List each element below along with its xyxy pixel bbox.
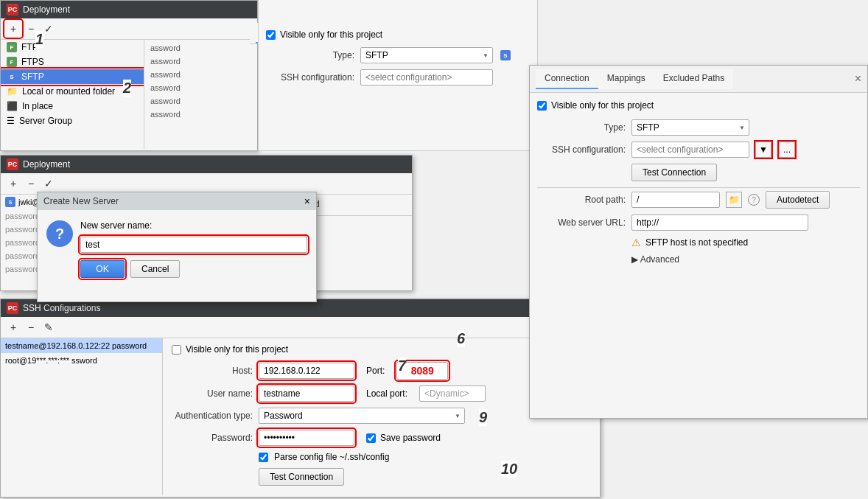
deployment-panel-2-titlebar: PC Deployment xyxy=(1,156,412,173)
pc-logo-1: PC xyxy=(7,4,18,15)
parse-config-checkbox[interactable] xyxy=(259,453,268,462)
check-server-button-2[interactable]: ✓ xyxy=(41,175,57,192)
root-path-label: Root path: xyxy=(537,195,626,205)
autodetect-button[interactable]: Autodetect xyxy=(766,191,830,209)
test-connection-button-right[interactable]: Test Connection xyxy=(631,164,717,181)
ok-button[interactable]: OK xyxy=(80,260,125,278)
web-url-input[interactable] xyxy=(631,214,808,231)
type-select-wrapper-right: SFTP xyxy=(631,119,749,136)
password-item-4: assword xyxy=(144,81,257,94)
username-input[interactable] xyxy=(259,385,354,402)
list-item-inplace[interactable]: ⬛ In place xyxy=(1,99,144,114)
local-port-input[interactable] xyxy=(419,385,486,402)
inplace-icon: ⬛ xyxy=(7,101,18,111)
ssh-dropdown-button[interactable]: ▼ xyxy=(755,142,771,158)
password-item-5: assword xyxy=(144,94,257,108)
add-server-button[interactable]: + xyxy=(5,21,21,37)
sftp-icon-entry-1: S xyxy=(5,197,15,207)
auth-select[interactable]: Password xyxy=(259,408,465,424)
ssh-entry-1-label: testname@192.168.0.122:22 password xyxy=(5,341,147,350)
local-port-label: Local port: xyxy=(366,388,407,399)
advanced-toggle[interactable]: ▶ Advanced xyxy=(631,254,679,265)
deployment-panel-1: PC Deployment + − ✓ F FTP F FTPS S SFTP … xyxy=(0,0,258,151)
new-server-name-input[interactable] xyxy=(80,237,307,253)
step-10: 10 xyxy=(501,461,517,478)
close-modal-button[interactable]: × xyxy=(304,195,310,207)
list-item-ftps[interactable]: F FTPS xyxy=(1,55,144,69)
list-item-servergroup-label: Server Group xyxy=(19,116,72,126)
right-tab-mappings[interactable]: Mappings xyxy=(598,69,654,89)
ssh-label-top: SSH configuration: xyxy=(266,72,354,83)
visible-only-label-ssh: Visible only for this project xyxy=(186,344,288,355)
root-path-info-icon[interactable]: ? xyxy=(748,194,760,206)
type-select-right[interactable]: SFTP xyxy=(631,119,749,136)
ssh-entry-1[interactable]: testname@192.168.0.122:22 password xyxy=(1,338,162,353)
parse-config-label: Parse config file ~/.ssh/config xyxy=(274,452,389,462)
ssh-entry-2[interactable]: root@19***.***:*** ssword xyxy=(1,353,162,368)
test-connection-button-ssh[interactable]: Test Connection xyxy=(259,468,344,486)
password-item-6: assword xyxy=(144,108,257,121)
save-password-label: Save password xyxy=(380,433,441,443)
ssh-config-input-top[interactable] xyxy=(360,69,493,86)
visible-only-checkbox-top[interactable] xyxy=(266,30,276,40)
sftp-icon-top: S xyxy=(500,50,511,60)
remove-server-button-2[interactable]: − xyxy=(23,175,39,192)
step-6: 6 xyxy=(457,330,465,347)
list-item-inplace-label: In place xyxy=(22,101,53,111)
ftp-icon: F xyxy=(7,42,17,52)
visible-only-label-top: Visible only for this project xyxy=(280,29,382,40)
ssh-add-button[interactable]: + xyxy=(5,319,21,335)
right-tab-bar: Connection Mappings Excluded Paths xyxy=(536,69,733,89)
password-item-2: assword xyxy=(144,55,257,68)
right-tab-connection[interactable]: Connection xyxy=(536,69,598,89)
step-2: 2 xyxy=(123,80,131,97)
ssh-entry-2-label: root@19***.***:*** ssword xyxy=(5,356,97,365)
pc-logo-2: PC xyxy=(7,158,18,170)
create-new-server-modal: Create New Server × ? New server name: O… xyxy=(37,192,317,302)
list-item-ftp[interactable]: F FTP xyxy=(1,40,144,55)
sftp-warning-text: SFTP host is not specified xyxy=(645,237,748,248)
right-panel-content: Visible only for this project Type: SFTP… xyxy=(530,93,867,272)
ssh-config-input-right[interactable] xyxy=(631,142,749,158)
deployment-panel-1-title: Deployment xyxy=(23,4,70,15)
local-icon: 📁 xyxy=(7,86,18,97)
cancel-button[interactable]: Cancel xyxy=(130,260,180,278)
port-label: Port: xyxy=(366,366,385,376)
ftps-icon: F xyxy=(7,57,17,67)
type-label-right: Type: xyxy=(537,122,626,133)
list-item-local-label: Local or mounted folder xyxy=(22,86,115,97)
root-path-folder-btn[interactable]: 📁 xyxy=(726,192,742,208)
add-server-button-2[interactable]: + xyxy=(5,175,21,192)
list-item-sftp[interactable]: S SFTP xyxy=(1,69,144,84)
ssh-toolbar: + − ✎ xyxy=(1,317,600,338)
type-select-top[interactable]: SFTP xyxy=(360,47,493,63)
warning-icon: ⚠ xyxy=(631,237,641,248)
new-server-name-label: New server name: xyxy=(80,220,307,231)
ssh-edit-button[interactable]: ✎ xyxy=(41,319,57,335)
ssh-more-button[interactable]: ... xyxy=(779,142,795,158)
list-item-servergroup[interactable]: ☰ Server Group xyxy=(1,114,144,128)
deployment-panel-1-titlebar: PC Deployment xyxy=(1,1,257,18)
connection-panel-top: Visible only for this project Type: SFTP… xyxy=(258,0,538,151)
visible-only-checkbox-right[interactable] xyxy=(537,101,547,111)
type-label-top: Type: xyxy=(266,50,354,60)
step-9: 9 xyxy=(479,409,487,426)
host-input[interactable] xyxy=(259,363,354,379)
visible-only-checkbox-ssh[interactable] xyxy=(172,345,181,355)
ssh-config-title: SSH Configurations xyxy=(23,303,100,313)
servergroup-icon: ☰ xyxy=(7,116,15,126)
deployment-panel-2-title: Deployment xyxy=(23,159,70,170)
right-panel-close[interactable]: × xyxy=(855,72,861,86)
host-label: Host: xyxy=(172,366,253,376)
step-1: 1 xyxy=(35,31,43,48)
right-tab-excluded[interactable]: Excluded Paths xyxy=(654,69,733,89)
list-item-sftp-label: SFTP xyxy=(21,71,44,82)
ssh-remove-button[interactable]: − xyxy=(23,319,39,335)
list-item-local[interactable]: 📁 Local or mounted folder xyxy=(1,84,144,99)
visible-only-label-right: Visible only for this project xyxy=(551,100,654,111)
password-input[interactable] xyxy=(259,430,354,446)
password-label: Password: xyxy=(172,433,253,443)
auth-select-wrapper: Password xyxy=(259,408,465,424)
root-path-input[interactable] xyxy=(631,192,720,208)
save-password-checkbox[interactable] xyxy=(366,433,376,443)
